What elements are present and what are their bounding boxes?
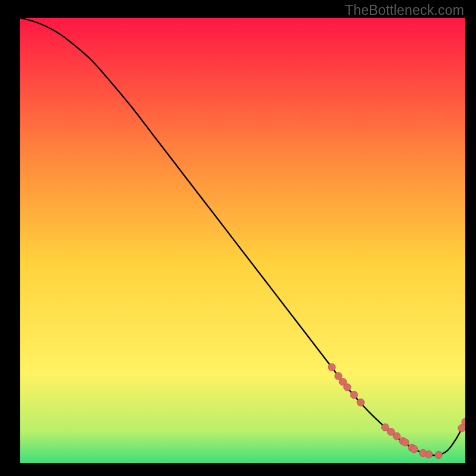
chart-stage: TheBottleneck.com (0, 0, 476, 476)
data-marker (435, 451, 442, 458)
plot-area (20, 18, 465, 463)
gradient-background (20, 18, 465, 463)
data-marker (344, 384, 351, 391)
data-marker (393, 433, 400, 440)
chart-svg (20, 18, 465, 463)
data-marker (350, 391, 358, 398)
data-marker (402, 439, 409, 446)
data-marker (328, 364, 335, 371)
data-marker (411, 446, 418, 453)
data-marker (357, 399, 364, 406)
watermark-text: TheBottleneck.com (345, 2, 464, 18)
data-marker (425, 451, 432, 458)
